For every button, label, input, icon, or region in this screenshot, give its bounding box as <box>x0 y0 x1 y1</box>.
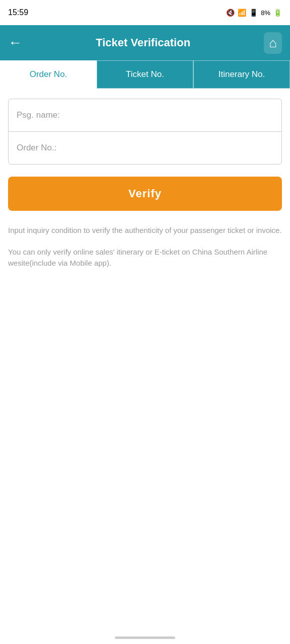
wifi-icon: 📶 <box>238 9 246 17</box>
tab-ticket-no[interactable]: Ticket No. <box>97 60 193 89</box>
tab-itinerary-no[interactable]: Itinerary No. <box>193 60 290 89</box>
verify-button[interactable]: Verify <box>8 177 282 211</box>
form-container <box>8 99 282 165</box>
page-title: Ticket Verification <box>22 36 264 49</box>
status-time: 15:59 <box>8 8 28 17</box>
info-text-1: Input inquiry condition to verify the au… <box>8 225 282 236</box>
back-button[interactable]: ← <box>8 35 22 51</box>
home-button[interactable]: ⌂ <box>264 32 282 54</box>
battery-icon: 🔋 <box>273 9 282 17</box>
main-content: Verify Input inquiry condition to verify… <box>0 89 290 289</box>
status-icons: 🔇 📶 📱 8% 🔋 <box>226 9 282 17</box>
status-bar: 15:59 🔇 📶 📱 8% 🔋 <box>0 0 290 25</box>
home-indicator <box>115 636 175 639</box>
order-no-row <box>9 131 281 164</box>
app-bar: ← Ticket Verification ⌂ <box>0 25 290 60</box>
order-no-input[interactable] <box>9 132 281 164</box>
tab-order-no[interactable]: Order No. <box>0 60 97 89</box>
passenger-name-input[interactable] <box>9 99 281 131</box>
silent-icon: 🔇 <box>226 9 235 17</box>
tab-bar: Order No. Ticket No. Itinerary No. <box>0 60 290 89</box>
battery-level: 8% <box>261 9 270 17</box>
info-text-2: You can only verify online sales' itiner… <box>8 247 282 269</box>
signal-icon: 📱 <box>249 9 258 17</box>
passenger-name-row <box>9 99 281 131</box>
